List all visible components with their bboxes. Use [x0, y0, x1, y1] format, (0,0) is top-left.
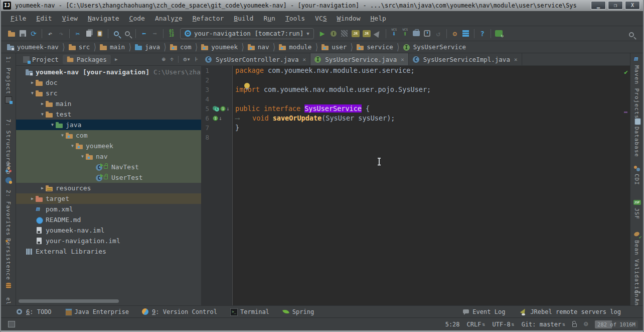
- code-line-4[interactable]: 4: [201, 94, 630, 104]
- tree-row-doc[interactable]: ▶doc: [16, 77, 201, 88]
- jrebel-class-icon[interactable]: [213, 106, 220, 112]
- menu-window[interactable]: Window: [333, 13, 365, 24]
- tree-toggle-icon[interactable]: ▼: [79, 154, 86, 159]
- tree-row-external-libraries[interactable]: External Libraries: [16, 246, 201, 257]
- replace-icon[interactable]: [122, 28, 133, 39]
- close-icon[interactable]: ✕: [514, 56, 518, 63]
- lock-icon[interactable]: [572, 323, 577, 327]
- editor-tab-sysuserservice-java[interactable]: SysUserService.java✕: [310, 53, 409, 65]
- menu-refactor[interactable]: Refactor: [188, 13, 229, 24]
- tree-toggle-icon[interactable]: ▶: [39, 186, 46, 190]
- tool-button-jrebel-remote-servers-log[interactable]: JRebel remote servers log: [520, 308, 621, 315]
- menu-build[interactable]: Build: [229, 13, 258, 24]
- git-branch-widget[interactable]: Git: master⇅: [522, 321, 566, 328]
- tree-row-main[interactable]: ▶main: [16, 98, 201, 109]
- implemented-marker-icon[interactable]: [220, 106, 226, 112]
- code-line-1[interactable]: 1package com.youmeek.nav.module.user.ser…: [201, 66, 630, 75]
- code-line-6[interactable]: 6↓⟶void saveOrUpdate(SysUser sysUser);: [201, 114, 630, 123]
- breadcrumb-item-youmeek-nav[interactable]: youmeek-nav: [6, 43, 60, 51]
- tool-button-el[interactable]: el: [1, 297, 16, 305]
- debug-icon[interactable]: [328, 28, 339, 39]
- undo-icon[interactable]: ↶: [45, 28, 56, 39]
- tool-button-jsf[interactable]: JSF: [630, 199, 643, 219]
- copy-icon[interactable]: [83, 28, 94, 39]
- tree-row-youmeek-nav-iml[interactable]: youmeek-nav.iml: [16, 225, 201, 236]
- menu-code[interactable]: Code: [125, 13, 149, 24]
- code-line-3[interactable]: 3import com.youmeek.nav.module.user.pojo…: [201, 85, 630, 94]
- forward-icon[interactable]: ➡: [149, 28, 160, 39]
- jrebel-run-icon[interactable]: JR: [350, 28, 361, 39]
- vcs-update-icon[interactable]: VCS⬇: [389, 28, 400, 39]
- hide-panel-icon[interactable]: ⊦: [195, 56, 198, 63]
- find-icon[interactable]: [111, 28, 122, 39]
- paste-icon[interactable]: [94, 28, 105, 39]
- close-icon[interactable]: ✕: [401, 56, 404, 63]
- coverage-icon[interactable]: [339, 28, 350, 39]
- code-view[interactable]: 1package com.youmeek.nav.module.user.ser…: [201, 66, 630, 305]
- tree-row-pom-xml[interactable]: pom.xml: [16, 204, 201, 214]
- editor-tab-sysusercontroller-java[interactable]: SysUserController.java✕: [201, 53, 310, 65]
- editor-tab-sysuserserviceimpl-java[interactable]: SysUserServiceImpl.java✕: [409, 53, 522, 65]
- menu-analyze[interactable]: Analyze: [150, 13, 187, 24]
- tree-row-your-navigation-iml[interactable]: your-navigation.iml: [16, 236, 201, 246]
- breadcrumb-item-com[interactable]: com: [169, 43, 193, 51]
- tree-row-target[interactable]: ▶target: [16, 193, 201, 204]
- breadcrumb-item-user[interactable]: user: [320, 43, 348, 51]
- tree-row-usertest[interactable]: UserTest: [16, 172, 201, 183]
- jrebel-sync-icon[interactable]: [494, 28, 505, 39]
- menu-help[interactable]: Help: [366, 13, 391, 24]
- tool-button-event-log[interactable]: Event Log: [462, 308, 505, 315]
- line-numbers-icon[interactable]: 0110: [166, 28, 177, 39]
- tree-toggle-icon[interactable]: ▶: [29, 80, 36, 85]
- memory-indicator[interactable]: 282 of 1016M: [595, 320, 638, 328]
- tab-packages[interactable]: Packages: [63, 55, 111, 64]
- collapse-all-icon[interactable]: ÷: [170, 56, 174, 63]
- open-task-icon[interactable]: [411, 28, 422, 39]
- save-icon[interactable]: [17, 28, 28, 39]
- help-icon[interactable]: ?: [477, 28, 488, 39]
- breadcrumb-item-service[interactable]: service: [356, 43, 394, 51]
- implemented-arrow-icon[interactable]: ↓: [219, 114, 222, 123]
- code-line-8[interactable]: 8: [201, 133, 630, 142]
- jrebel-debug-icon[interactable]: JR: [361, 28, 372, 39]
- horizontal-scrollbar[interactable]: [19, 299, 119, 303]
- tree-toggle-icon[interactable]: ▼: [59, 133, 66, 138]
- tool-button-web[interactable]: Web: [1, 163, 16, 184]
- locate-icon[interactable]: ⊕: [162, 56, 166, 63]
- breadcrumb-item-main[interactable]: main: [99, 43, 126, 51]
- menu-navigate[interactable]: Navigate: [83, 13, 124, 24]
- tree-row-src[interactable]: ▼src: [16, 88, 201, 98]
- back-icon[interactable]: ⬅: [138, 28, 149, 39]
- toggle-stripes-icon[interactable]: [8, 321, 15, 327]
- breadcrumb-item-sysuserservice[interactable]: SysUserService: [402, 43, 467, 51]
- tree-toggle-icon[interactable]: ▶: [29, 196, 36, 201]
- search-everywhere-icon[interactable]: [626, 29, 637, 40]
- tree-toggle-icon[interactable]: ▼: [69, 144, 76, 148]
- code-line-5[interactable]: 5↓public interface SysUserService {: [201, 104, 630, 114]
- implemented-arrow-icon[interactable]: ↓: [226, 104, 230, 114]
- tool-button-cdi[interactable]: CDI: [630, 165, 643, 185]
- tree-row-youmeek-nav-your-navigation-[interactable]: youmeek-nav [your-navigation]C:\Users\zh…: [16, 67, 201, 77]
- revert-icon[interactable]: ↺: [433, 28, 444, 39]
- tool-button-spring[interactable]: Spring: [282, 308, 314, 315]
- panel-settings-icon[interactable]: ⚙▾: [183, 56, 190, 63]
- menu-view[interactable]: View: [58, 13, 82, 24]
- sync-icon[interactable]: ⟳: [28, 28, 39, 39]
- menu-file[interactable]: File: [6, 13, 31, 24]
- tree-row-resources[interactable]: ▶resources: [16, 183, 201, 193]
- tool-button-terminal[interactable]: Terminal: [230, 308, 269, 315]
- tool-button-maven-projects[interactable]: Maven Projects: [630, 56, 643, 119]
- time-tracking-icon[interactable]: [422, 28, 433, 39]
- rocket-icon[interactable]: [372, 28, 383, 39]
- tree-row-navtest[interactable]: NavTest: [16, 162, 201, 172]
- implemented-marker-icon[interactable]: [213, 116, 218, 121]
- menu-run[interactable]: Run: [259, 13, 279, 24]
- hector-icon[interactable]: ☺: [584, 320, 588, 328]
- settings-icon[interactable]: ⚙: [449, 28, 460, 39]
- tree-toggle-icon[interactable]: ▼: [29, 91, 36, 95]
- tree-row-readme-md[interactable]: README.md: [16, 214, 201, 225]
- tree-row-nav[interactable]: ▼nav: [16, 151, 201, 162]
- run-icon[interactable]: ▶: [317, 28, 328, 39]
- tool-button-java-enterprise[interactable]: Java Enterprise: [65, 308, 129, 315]
- tree-row-test[interactable]: ▼test: [16, 109, 201, 120]
